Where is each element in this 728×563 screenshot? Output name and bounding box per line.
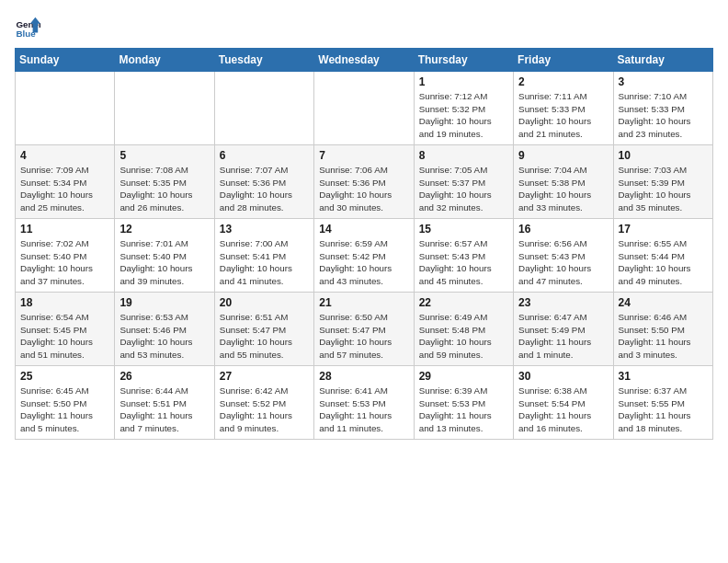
day-cell: 31Sunrise: 6:37 AM Sunset: 5:55 PM Dayli…: [613, 366, 712, 440]
day-number: 17: [619, 223, 708, 236]
day-number: 11: [20, 223, 109, 236]
week-row-2: 4Sunrise: 7:09 AM Sunset: 5:34 PM Daylig…: [16, 145, 713, 219]
day-number: 2: [518, 75, 608, 88]
day-cell: [314, 72, 414, 145]
day-info: Sunrise: 6:51 AM Sunset: 5:47 PM Dayligh…: [220, 311, 309, 362]
day-info: Sunrise: 6:42 AM Sunset: 5:52 PM Dayligh…: [220, 385, 309, 435]
logo: General Blue: [15, 15, 44, 40]
header-sunday: Sunday: [16, 49, 115, 72]
day-cell: 17Sunrise: 6:55 AM Sunset: 5:44 PM Dayli…: [613, 219, 712, 293]
day-info: Sunrise: 7:12 AM Sunset: 5:32 PM Dayligh…: [419, 90, 508, 141]
day-info: Sunrise: 6:54 AM Sunset: 5:45 PM Dayligh…: [20, 311, 109, 362]
day-number: 4: [20, 149, 109, 162]
day-info: Sunrise: 6:39 AM Sunset: 5:53 PM Dayligh…: [419, 385, 508, 435]
day-number: 10: [619, 149, 708, 162]
calendar-table: SundayMondayTuesdayWednesdayThursdayFrid…: [15, 48, 713, 440]
day-number: 15: [419, 223, 508, 236]
day-cell: 16Sunrise: 6:56 AM Sunset: 5:43 PM Dayli…: [514, 219, 613, 293]
day-cell: 9Sunrise: 7:04 AM Sunset: 5:38 PM Daylig…: [514, 145, 613, 219]
day-number: 12: [119, 223, 209, 236]
day-info: Sunrise: 6:59 AM Sunset: 5:42 PM Dayligh…: [319, 237, 408, 288]
day-number: 7: [319, 149, 408, 162]
day-number: 13: [220, 223, 309, 236]
week-row-1: 1Sunrise: 7:12 AM Sunset: 5:32 PM Daylig…: [16, 72, 713, 145]
logo-icon: General Blue: [15, 15, 40, 40]
day-cell: 23Sunrise: 6:47 AM Sunset: 5:49 PM Dayli…: [514, 293, 613, 366]
day-cell: 11Sunrise: 7:02 AM Sunset: 5:40 PM Dayli…: [16, 219, 115, 293]
day-number: 16: [518, 223, 608, 236]
day-info: Sunrise: 6:47 AM Sunset: 5:49 PM Dayligh…: [518, 311, 608, 362]
day-cell: 19Sunrise: 6:53 AM Sunset: 5:46 PM Dayli…: [115, 293, 214, 366]
day-info: Sunrise: 6:57 AM Sunset: 5:43 PM Dayligh…: [419, 237, 508, 288]
day-cell: 22Sunrise: 6:49 AM Sunset: 5:48 PM Dayli…: [414, 293, 513, 366]
day-cell: 14Sunrise: 6:59 AM Sunset: 5:42 PM Dayli…: [314, 219, 414, 293]
day-number: 21: [319, 296, 408, 309]
day-cell: 24Sunrise: 6:46 AM Sunset: 5:50 PM Dayli…: [613, 293, 712, 366]
day-info: Sunrise: 7:09 AM Sunset: 5:34 PM Dayligh…: [20, 164, 109, 214]
day-cell: 30Sunrise: 6:38 AM Sunset: 5:54 PM Dayli…: [514, 366, 613, 440]
day-cell: 21Sunrise: 6:50 AM Sunset: 5:47 PM Dayli…: [314, 293, 414, 366]
day-cell: 3Sunrise: 7:10 AM Sunset: 5:33 PM Daylig…: [613, 72, 712, 145]
day-info: Sunrise: 6:49 AM Sunset: 5:48 PM Dayligh…: [419, 311, 508, 362]
day-number: 28: [319, 370, 408, 383]
day-info: Sunrise: 7:05 AM Sunset: 5:37 PM Dayligh…: [419, 164, 508, 214]
day-info: Sunrise: 7:08 AM Sunset: 5:35 PM Dayligh…: [119, 164, 209, 214]
header-wednesday: Wednesday: [314, 49, 414, 72]
day-number: 1: [419, 75, 508, 88]
day-info: Sunrise: 7:03 AM Sunset: 5:39 PM Dayligh…: [619, 164, 708, 214]
header-monday: Monday: [115, 49, 214, 72]
day-info: Sunrise: 6:53 AM Sunset: 5:46 PM Dayligh…: [119, 311, 209, 362]
day-cell: 13Sunrise: 7:00 AM Sunset: 5:41 PM Dayli…: [214, 219, 313, 293]
day-info: Sunrise: 7:07 AM Sunset: 5:36 PM Dayligh…: [220, 164, 309, 214]
day-number: 19: [119, 296, 209, 309]
day-number: 20: [220, 296, 309, 309]
day-number: 26: [119, 370, 209, 383]
day-cell: 2Sunrise: 7:11 AM Sunset: 5:33 PM Daylig…: [514, 72, 613, 145]
day-number: 18: [20, 296, 109, 309]
day-info: Sunrise: 6:50 AM Sunset: 5:47 PM Dayligh…: [319, 311, 408, 362]
day-cell: 18Sunrise: 6:54 AM Sunset: 5:45 PM Dayli…: [16, 293, 115, 366]
calendar-header-row: SundayMondayTuesdayWednesdayThursdayFrid…: [16, 49, 713, 72]
day-cell: 1Sunrise: 7:12 AM Sunset: 5:32 PM Daylig…: [414, 72, 513, 145]
day-cell: 7Sunrise: 7:06 AM Sunset: 5:36 PM Daylig…: [314, 145, 414, 219]
day-number: 31: [619, 370, 708, 383]
day-info: Sunrise: 6:44 AM Sunset: 5:51 PM Dayligh…: [119, 385, 209, 435]
day-number: 5: [119, 149, 209, 162]
day-number: 29: [419, 370, 508, 383]
day-number: 14: [319, 223, 408, 236]
day-number: 3: [619, 75, 708, 88]
day-cell: 29Sunrise: 6:39 AM Sunset: 5:53 PM Dayli…: [414, 366, 513, 440]
day-cell: 6Sunrise: 7:07 AM Sunset: 5:36 PM Daylig…: [214, 145, 313, 219]
day-cell: 25Sunrise: 6:45 AM Sunset: 5:50 PM Dayli…: [16, 366, 115, 440]
day-number: 6: [220, 149, 309, 162]
day-info: Sunrise: 6:37 AM Sunset: 5:55 PM Dayligh…: [619, 385, 708, 435]
day-cell: [16, 72, 115, 145]
day-cell: 20Sunrise: 6:51 AM Sunset: 5:47 PM Dayli…: [214, 293, 313, 366]
week-row-5: 25Sunrise: 6:45 AM Sunset: 5:50 PM Dayli…: [16, 366, 713, 440]
day-number: 25: [20, 370, 109, 383]
day-number: 27: [220, 370, 309, 383]
day-info: Sunrise: 7:06 AM Sunset: 5:36 PM Dayligh…: [319, 164, 408, 214]
day-info: Sunrise: 7:11 AM Sunset: 5:33 PM Dayligh…: [518, 90, 608, 141]
page-header: General Blue: [15, 15, 713, 40]
day-info: Sunrise: 7:02 AM Sunset: 5:40 PM Dayligh…: [20, 237, 109, 288]
day-number: 8: [419, 149, 508, 162]
day-cell: [214, 72, 313, 145]
header-saturday: Saturday: [613, 49, 712, 72]
day-number: 30: [518, 370, 608, 383]
day-info: Sunrise: 6:55 AM Sunset: 5:44 PM Dayligh…: [619, 237, 708, 288]
day-info: Sunrise: 6:41 AM Sunset: 5:53 PM Dayligh…: [319, 385, 408, 435]
day-info: Sunrise: 7:00 AM Sunset: 5:41 PM Dayligh…: [220, 237, 309, 288]
day-cell: 10Sunrise: 7:03 AM Sunset: 5:39 PM Dayli…: [613, 145, 712, 219]
day-cell: 8Sunrise: 7:05 AM Sunset: 5:37 PM Daylig…: [414, 145, 513, 219]
day-number: 9: [518, 149, 608, 162]
day-info: Sunrise: 7:01 AM Sunset: 5:40 PM Dayligh…: [119, 237, 209, 288]
week-row-4: 18Sunrise: 6:54 AM Sunset: 5:45 PM Dayli…: [16, 293, 713, 366]
day-number: 24: [619, 296, 708, 309]
header-thursday: Thursday: [414, 49, 513, 72]
day-info: Sunrise: 6:45 AM Sunset: 5:50 PM Dayligh…: [20, 385, 109, 435]
day-info: Sunrise: 6:56 AM Sunset: 5:43 PM Dayligh…: [518, 237, 608, 288]
day-cell: [115, 72, 214, 145]
day-cell: 26Sunrise: 6:44 AM Sunset: 5:51 PM Dayli…: [115, 366, 214, 440]
day-info: Sunrise: 6:38 AM Sunset: 5:54 PM Dayligh…: [518, 385, 608, 435]
